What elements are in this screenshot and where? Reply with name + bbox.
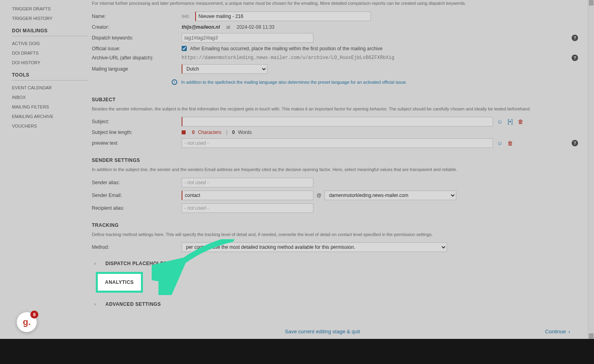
- sidebar-item-vouchers[interactable]: VOUCHERS: [12, 121, 88, 131]
- accordion-dispatch-placeholders[interactable]: › DISPATCH PLACEHOLDERS: [92, 255, 578, 272]
- sidebar-item-emailing-archive[interactable]: EMAILING ARCHIVE: [12, 112, 88, 121]
- archive-label: Archive-URL (after dispatch):: [92, 55, 182, 61]
- emoji-icon[interactable]: ☺: [496, 118, 503, 125]
- subject-input[interactable]: [182, 117, 493, 126]
- info-icon: i: [172, 79, 177, 85]
- sidebar-item-doi-drafts[interactable]: DOI DRAFTS: [12, 48, 88, 58]
- save-quit-link[interactable]: Save current editing stage & quit: [285, 329, 360, 334]
- chevron-right-icon: ›: [92, 301, 98, 307]
- sidebar-section-tools: TOOLS: [12, 67, 88, 81]
- creator-email: thijs@maileon.nl: [182, 24, 220, 30]
- subject-section-title: SUBJECT: [92, 97, 578, 102]
- lang-label: Mailing language: [92, 66, 182, 72]
- scroll-up-button[interactable]: [589, 0, 594, 6]
- lang-select[interactable]: Dutch: [182, 64, 267, 74]
- method-label: Method:: [92, 244, 182, 250]
- sender-domain-select[interactable]: damenmotorkleding.news-mailer.com: [325, 191, 456, 200]
- sidebar-item-doi-history[interactable]: DOI HISTORY: [12, 58, 88, 67]
- sender-alias-input[interactable]: - not used -: [182, 178, 313, 187]
- sender-section-title: SENDER SETTINGS: [92, 157, 578, 163]
- chevron-right-icon: ›: [92, 261, 98, 266]
- subject-label: Subject:: [92, 119, 182, 124]
- subject-len-label: Subject line length:: [92, 130, 182, 135]
- at-symbol: @: [317, 193, 321, 198]
- sidebar-item-trigger-drafts[interactable]: TRIGGER DRAFTS: [12, 4, 88, 14]
- word-count: 0: [232, 130, 235, 135]
- sender-desc: In addition to the subject line, the sen…: [92, 166, 578, 173]
- help-icon[interactable]: ?: [572, 140, 578, 146]
- emoji-icon[interactable]: ☺: [496, 140, 503, 147]
- tracking-section-title: TRACKING: [92, 222, 578, 228]
- floater-logo-icon: g.: [23, 317, 31, 327]
- sender-email-input[interactable]: [182, 191, 313, 200]
- method-select[interactable]: per contact, use the most detailed track…: [182, 242, 447, 252]
- recipient-alias-label: Recipient alias:: [92, 205, 182, 211]
- notification-badge: 8: [30, 311, 38, 319]
- sidebar-item-trigger-history[interactable]: TRIGGER HISTORY: [12, 14, 88, 23]
- accordion-advanced-settings[interactable]: › ADVANCED SETTINGS: [92, 296, 578, 313]
- accordion-analytics-highlight[interactable]: ANALYTICS: [96, 272, 143, 293]
- help-icon[interactable]: ?: [572, 35, 578, 41]
- sidebar-item-mailing-filters[interactable]: MAILING FILTERS: [12, 102, 88, 112]
- lang-info-text: In addition to the spellcheck the mailin…: [181, 80, 407, 85]
- subject-desc: Besides the sender information, the subj…: [92, 106, 578, 112]
- official-label: Official issue:: [92, 46, 182, 51]
- tracking-desc: Define tracking method settings here. Th…: [92, 231, 578, 238]
- dispatch-input[interactable]: [182, 33, 313, 43]
- creator-label: Creator:: [92, 24, 182, 30]
- creator-timestamp: 2024-02-08 11:33: [237, 24, 275, 30]
- name-label: Name:: [92, 14, 182, 19]
- trash-icon[interactable]: 🗑: [517, 118, 524, 125]
- chevron-right-icon: ›: [568, 329, 570, 334]
- help-icon[interactable]: ?: [572, 55, 578, 61]
- sender-alias-label: Sender alias:: [92, 180, 182, 185]
- scroll-down-button[interactable]: [589, 333, 594, 339]
- recipient-alias-input[interactable]: - not used -: [182, 203, 313, 213]
- official-text: After Emailing has occurred, place the m…: [190, 46, 382, 51]
- official-checkbox[interactable]: [182, 46, 187, 51]
- dispatch-label: Dispatch keywords:: [92, 35, 182, 41]
- intro-text: For internal further processing and late…: [92, 0, 578, 7]
- creator-at: at: [226, 24, 230, 30]
- name-input[interactable]: [195, 12, 371, 21]
- preview-label: preview text: [92, 140, 182, 146]
- trash-icon[interactable]: 🗑: [507, 140, 514, 147]
- continue-link[interactable]: Continue ›: [545, 329, 570, 334]
- scrollbar[interactable]: [588, 0, 594, 339]
- sender-email-label: Sender Email:: [92, 193, 182, 198]
- name-char-counter: 840: [182, 14, 189, 19]
- preview-input[interactable]: - not used -: [182, 138, 493, 148]
- help-floater-button[interactable]: g. 8: [17, 312, 37, 332]
- word-word: Words: [238, 130, 251, 135]
- char-count: 0: [192, 130, 195, 135]
- separator: |: [226, 130, 227, 135]
- archive-url: https://damenmotorkleding.news-mailer.co…: [182, 55, 394, 61]
- sidebar: TRIGGER DRAFTS TRIGGER HISTORY DOI MAILI…: [0, 0, 88, 339]
- char-word: Characters: [198, 130, 222, 135]
- sidebar-item-event-calendar[interactable]: EVENT CALENDAR: [12, 83, 88, 92]
- main-content: For internal further processing and late…: [88, 0, 594, 339]
- sidebar-section-doi: DOI MAILINGS: [12, 23, 88, 36]
- bottom-bar: [0, 339, 594, 364]
- personalize-icon[interactable]: [•]: [507, 118, 514, 125]
- warning-square-icon: [182, 130, 186, 134]
- sidebar-item-active-dois[interactable]: ACTIVE DOIS: [12, 39, 88, 48]
- sidebar-item-inbox[interactable]: INBOX: [12, 92, 88, 102]
